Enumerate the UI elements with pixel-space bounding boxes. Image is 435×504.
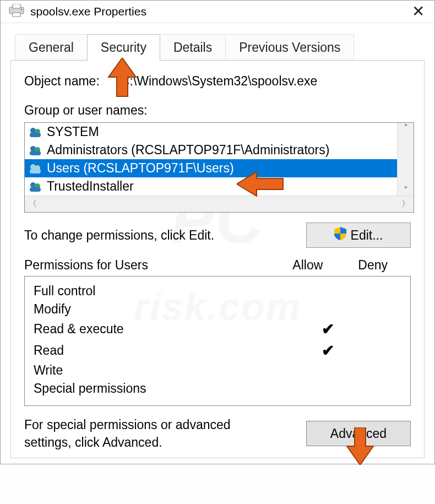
printer-icon <box>8 4 25 19</box>
title-bar: spoolsv.exe Properties ✕ <box>1 1 434 23</box>
annotation-arrow-users-row <box>237 170 284 200</box>
svg-rect-2 <box>13 13 20 17</box>
properties-dialog: spoolsv.exe Properties ✕ General Securit… <box>0 0 435 464</box>
perm-name: Special permissions <box>34 381 301 396</box>
perm-row-modify: Modify <box>34 300 404 318</box>
users-group-icon <box>28 163 42 174</box>
edit-button[interactable]: Edit... <box>306 223 411 248</box>
perm-name: Modify <box>34 302 301 317</box>
perm-row-read-execute: Read & execute ✔ <box>34 318 404 340</box>
tab-previous-versions[interactable]: Previous Versions <box>225 34 354 61</box>
svg-rect-15 <box>30 187 41 192</box>
change-permissions-text: To change permissions, click Edit. <box>24 228 214 243</box>
list-item-label: Users (RCSLAPTOP971F\Users) <box>47 161 234 176</box>
perm-row-full-control: Full control <box>34 282 404 300</box>
tab-strip: General Security Details Previous Versio… <box>15 34 425 61</box>
vertical-scrollbar[interactable]: ˄ ˅ <box>397 123 414 196</box>
perm-name: Read <box>34 343 301 358</box>
uac-shield-icon <box>334 227 346 243</box>
tab-panel-security: PC risk.com Object name: C:\Windows\Syst… <box>10 60 425 458</box>
scroll-left-icon[interactable]: 〈 <box>28 198 37 210</box>
svg-marker-17 <box>237 172 283 196</box>
scroll-up-icon[interactable]: ˄ <box>404 123 408 133</box>
window-title: spoolsv.exe Properties <box>30 5 146 18</box>
list-item-trustedinstaller[interactable]: TrustedInstaller <box>25 177 397 196</box>
object-name-value: C:\Windows\System32\spoolsv.exe <box>121 74 318 89</box>
svg-rect-9 <box>30 151 41 155</box>
annotation-arrow-advanced-button <box>345 427 376 467</box>
permissions-for-label: Permissions for Users <box>24 258 148 273</box>
list-item-label: TrustedInstaller <box>47 179 134 194</box>
list-item-label: Administrators (RCSLAPTOP971F\Administra… <box>47 143 329 158</box>
list-item-administrators[interactable]: Administrators (RCSLAPTOP971F\Administra… <box>25 141 397 159</box>
svg-marker-16 <box>108 58 136 96</box>
svg-rect-12 <box>30 169 41 174</box>
users-group-icon <box>28 145 42 156</box>
perm-row-read: Read ✔ <box>34 340 404 361</box>
perm-name: Read & execute <box>34 322 301 337</box>
permissions-list: Full control Modify Read & execute ✔ Rea… <box>24 276 411 406</box>
scroll-down-icon[interactable]: ˅ <box>404 185 408 196</box>
users-group-icon <box>28 127 42 138</box>
principals-listbox[interactable]: SYSTEM Administrators (RCSLAPTOP971F\Adm… <box>24 122 414 213</box>
svg-marker-18 <box>347 427 373 465</box>
edit-button-label: Edit... <box>351 228 383 243</box>
object-name-label: Object name: <box>24 74 100 89</box>
scroll-right-icon[interactable]: 〉 <box>401 198 410 210</box>
users-group-icon <box>28 181 42 192</box>
svg-point-3 <box>21 9 23 10</box>
annotation-arrow-security-tab <box>106 58 139 100</box>
allow-check-icon: ✔ <box>301 320 354 338</box>
perm-row-special: Special permissions <box>34 380 404 398</box>
tab-general[interactable]: General <box>15 34 88 61</box>
tab-details[interactable]: Details <box>160 34 226 61</box>
perm-row-write: Write <box>34 361 404 380</box>
perm-name: Full control <box>34 284 301 299</box>
perm-name: Write <box>34 363 301 378</box>
allow-check-icon: ✔ <box>301 342 354 360</box>
close-button[interactable]: ✕ <box>407 4 429 19</box>
tab-security[interactable]: Security <box>87 34 160 61</box>
svg-rect-6 <box>30 133 41 137</box>
list-item-users[interactable]: Users (RCSLAPTOP971F\Users) <box>25 159 397 177</box>
deny-column-header: Deny <box>358 258 388 273</box>
group-user-names-label: Group or user names: <box>24 103 411 118</box>
advanced-help-text: For special permissions or advanced sett… <box>24 416 278 451</box>
svg-rect-1 <box>13 4 20 8</box>
allow-column-header: Allow <box>292 258 323 273</box>
horizontal-scrollbar[interactable]: 〈 〉 <box>25 196 414 212</box>
list-item-label: SYSTEM <box>47 124 99 139</box>
list-item-system[interactable]: SYSTEM <box>25 123 397 141</box>
